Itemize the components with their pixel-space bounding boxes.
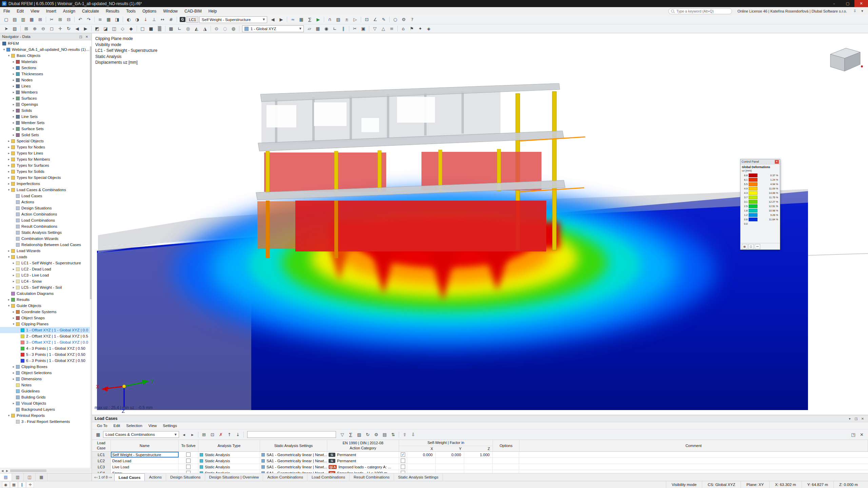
options-cell[interactable] [493,458,519,464]
tree-item[interactable]: Openings [0,101,92,107]
zoom-all[interactable]: ◻ [47,25,56,33]
sep[interactable] [165,26,165,32]
load-case-id[interactable]: LC4 [92,470,111,473]
tree-expander-icon[interactable] [12,72,16,76]
close-icon[interactable]: ✕ [860,416,865,421]
clipping-box[interactable]: ▣ [359,25,368,33]
undo[interactable]: ↶ [76,16,84,23]
show-all-objects[interactable]: ⊙ [212,25,221,33]
solid-display[interactable]: ■ [147,25,155,33]
expand-rows[interactable]: ⇧ [400,431,409,438]
paste[interactable]: ⊟ [64,16,73,23]
results-table[interactable]: ▦ [297,16,305,23]
sep[interactable] [198,432,198,438]
sep[interactable] [20,26,21,32]
tree-item[interactable]: Object Snaps [0,315,92,321]
sep[interactable] [287,17,287,22]
measure[interactable]: ∠ [371,16,379,23]
minimize-button[interactable]: – [827,0,841,7]
tree-item[interactable]: 4 - 3 Points | 1 - Global XYZ | 0.50 [0,345,92,351]
table-view-icon[interactable]: ▦ [94,431,102,438]
show-dimensions[interactable]: ↔ [158,16,167,23]
tree-item[interactable]: Guidelines [0,388,92,394]
tree-expander-icon[interactable] [2,48,6,51]
tree-item[interactable]: Members [0,89,92,95]
tree-item[interactable]: Background Layers [0,406,92,412]
sep[interactable] [211,26,211,32]
panel-settings-icon[interactable]: ▦ [742,244,747,249]
tree-item[interactable]: Load Cases & Combinations [0,187,92,193]
tree-item[interactable]: Imperfections [0,181,92,187]
clipping-plane[interactable]: ✂ [351,25,359,33]
rotate-view[interactable]: ↻ [64,25,73,33]
snap-toggle[interactable]: ◉ [322,25,331,33]
sep[interactable] [137,26,137,32]
panel-title-bar[interactable]: Load Cases ▾◳✕ [92,415,868,422]
tree-item[interactable]: Relationship Between Load Cases [0,242,92,248]
snap-indicator[interactable]: ◉ [2,482,9,488]
tree-expander-icon[interactable] [12,267,16,271]
tree-expander-icon[interactable] [7,182,11,185]
tree-expander-icon[interactable] [7,176,11,179]
redo[interactable]: ↷ [84,16,93,23]
table-tab[interactable]: Load Cases [114,473,145,481]
factor-y[interactable] [436,458,464,464]
wireframe-display[interactable]: □ [138,25,147,33]
load-case-name-cell[interactable]: Live Load [111,464,179,470]
tree-item[interactable]: 3 - Final Report Settlements [0,419,92,425]
print[interactable]: ▦ [27,16,36,23]
isometric-view[interactable]: ◇ [118,25,127,33]
tree-item[interactable]: Action Combinations [0,211,92,217]
layers[interactable]: ≡ [388,25,396,33]
table-tab[interactable]: Static Analysis Settings [394,473,443,481]
tree-expander-icon[interactable] [12,316,16,320]
tree-item[interactable]: 3 - Offset XYZ | 1 - Global XYZ | 0.0 [0,339,92,345]
menu-item[interactable]: Window [160,7,181,15]
self-weight-checkbox[interactable] [401,459,405,463]
tree-expander-icon[interactable] [12,115,16,118]
tree-item[interactable]: Clipping Boxes [0,364,92,370]
next-table[interactable]: ▸ [188,431,197,438]
tree-item[interactable]: Building Grids [0,394,92,400]
search-input[interactable] [676,9,729,14]
options-cell[interactable] [493,452,519,458]
navigator-tab-display[interactable]: ▥ [12,473,24,481]
menu-item[interactable]: Options [139,7,160,15]
factor-x[interactable] [407,464,436,470]
tree-item[interactable]: 6 - 3 Points | 1 - Global XYZ | 0.50 [0,358,92,364]
factor-y[interactable] [436,470,464,473]
cut[interactable]: ✂ [47,16,56,23]
show-supports[interactable]: ⊥ [150,16,158,23]
factor-z[interactable] [464,464,493,470]
view-x[interactable]: ◩ [93,25,101,33]
tree-item[interactable]: Object Selections [0,370,92,376]
tree-item[interactable]: Clipping Planes [0,321,92,327]
sep[interactable] [324,17,324,22]
tree-expander-icon[interactable] [12,127,16,130]
sep[interactable] [94,17,95,22]
tree-item[interactable]: Coordinate Systems [0,309,92,315]
navigator-vscrollbar[interactable] [90,46,92,468]
tree-item[interactable]: Types for Nodes [0,144,92,150]
tree-item[interactable]: Types for Solids [0,168,92,175]
menu-item[interactable]: Assign [60,7,79,15]
render-mode[interactable]: ◐ [124,16,133,23]
menu-item[interactable]: CAD-BIM [181,7,205,15]
tree-item[interactable]: Nodes [0,77,92,83]
partial-view[interactable]: ◍ [229,25,238,33]
result-values[interactable]: ± [342,16,351,23]
sep[interactable] [389,17,390,22]
keyword-search[interactable] [668,8,732,14]
hide-objects[interactable]: ◌ [221,25,229,33]
options-cell[interactable] [493,464,519,470]
tree-expander-icon[interactable] [12,371,16,374]
tree-item[interactable]: LC5 - Self Weight - Soil [0,284,92,290]
tree-item[interactable]: Printout Reports [0,412,92,419]
home-view[interactable]: ⌂ [399,25,408,33]
table-tab[interactable]: Actions [145,473,166,481]
account-menu-icon[interactable]: ▾ [859,8,865,14]
menu-item[interactable]: Help [205,7,220,15]
numbering[interactable]: # [167,16,175,23]
grid-indicator[interactable]: ▦ [10,482,18,488]
navigator-toggle[interactable]: ≡ [96,16,104,23]
